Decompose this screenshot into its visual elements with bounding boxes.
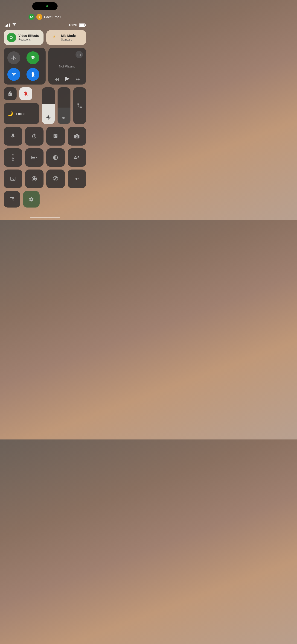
facetime-bar[interactable]: FaceTime › [0, 12, 90, 22]
svg-text:A: A [77, 156, 80, 159]
bluetooth-button[interactable] [26, 68, 39, 81]
svg-point-0 [76, 136, 77, 137]
facetime-chevron: › [60, 15, 62, 19]
grid-row-1 [4, 127, 86, 146]
wallet-button[interactable] [4, 191, 20, 208]
battery-widget-button[interactable] [25, 148, 44, 167]
volume-icon [62, 116, 66, 121]
now-playing-panel: Not Playing [48, 48, 86, 84]
wifi-button[interactable] [7, 68, 20, 81]
airplane-mode-button[interactable] [7, 51, 20, 64]
voice-memos-button[interactable] [68, 170, 86, 188]
svg-point-5 [13, 158, 13, 159]
grid-row-3 [4, 170, 86, 188]
mic-indicator [36, 14, 42, 20]
signal-bar-2 [6, 25, 7, 27]
network-panel [4, 48, 46, 84]
focus-button[interactable]: 🌙 Focus [4, 103, 39, 124]
mic-mode-icon [50, 34, 58, 42]
shazam-button[interactable] [46, 170, 65, 188]
sliders-area [42, 87, 86, 124]
rotation-lock-button[interactable] [4, 87, 16, 100]
cellular-button[interactable] [26, 51, 39, 64]
home-indicator[interactable] [30, 217, 60, 218]
facetime-text: FaceTime [44, 15, 60, 19]
status-bar: 100% [0, 22, 90, 28]
svg-point-7 [13, 159, 13, 160]
dynamic-island-dot [46, 5, 48, 7]
svg-point-16 [13, 199, 13, 200]
playback-controls [52, 74, 83, 81]
camera-indicator [28, 14, 34, 20]
mic-mode-card[interactable]: Mic Mode Standard [46, 30, 86, 45]
flashlight-button[interactable] [4, 127, 22, 146]
battery-icon [79, 24, 85, 27]
svg-text:A: A [74, 155, 77, 160]
svg-point-2 [13, 156, 14, 156]
wifi-status-icon [12, 22, 16, 28]
top-row: Video Effects Reactions Mic Mode Standar… [4, 30, 86, 45]
settings-button[interactable] [23, 191, 40, 208]
signal-wifi-area [4, 22, 16, 28]
svg-point-4 [12, 158, 13, 159]
dark-mode-button[interactable] [46, 148, 65, 167]
brightness-fill [42, 104, 55, 124]
video-effects-icon [7, 34, 16, 42]
video-effects-text: Video Effects Reactions [18, 34, 39, 42]
left-column: 🌙 Focus [4, 87, 39, 124]
battery-percent-text: 100% [68, 23, 77, 27]
svg-rect-12 [10, 177, 15, 180]
volume-slider[interactable] [58, 87, 70, 124]
signal-bar-3 [7, 24, 8, 27]
play-button[interactable] [65, 76, 70, 81]
rewind-button[interactable] [54, 77, 60, 81]
svg-rect-9 [32, 156, 35, 158]
video-effects-card[interactable]: Video Effects Reactions [4, 30, 44, 45]
grid-row-2: A A [4, 148, 86, 167]
screen-record-button[interactable] [25, 170, 44, 188]
facetime-label[interactable]: FaceTime › [44, 15, 62, 19]
svg-point-3 [13, 157, 13, 158]
signal-bars [4, 24, 10, 27]
svg-point-14 [33, 177, 36, 180]
middle-row: Not Playing [4, 48, 86, 84]
not-playing-text: Not Playing [52, 58, 83, 74]
brightness-slider[interactable] [42, 87, 55, 124]
silent-mode-button[interactable] [19, 87, 32, 100]
moon-icon: 🌙 [7, 111, 13, 116]
mic-mode-subtitle: Standard [61, 38, 76, 41]
svg-point-6 [13, 158, 14, 159]
video-effects-title: Video Effects [18, 34, 39, 38]
mic-mode-title: Mic Mode [61, 34, 76, 38]
fast-forward-button[interactable] [75, 77, 80, 81]
last-row [4, 191, 86, 208]
dynamic-island [32, 2, 58, 10]
top-two-buttons [4, 87, 39, 100]
timer-button[interactable] [25, 127, 44, 146]
signal-bar-4 [9, 24, 10, 27]
brightness-icon [46, 115, 51, 121]
third-row-content: 🌙 Focus [4, 87, 86, 124]
airplay-button[interactable] [76, 51, 83, 58]
focus-label: Focus [16, 112, 25, 116]
battery-status: 100% [68, 23, 85, 27]
calculator-button[interactable] [46, 127, 65, 146]
mic-mode-text: Mic Mode Standard [61, 34, 76, 42]
text-size-button[interactable]: A A [68, 148, 86, 167]
apple-tv-remote-button[interactable] [4, 148, 22, 167]
signal-bar-1 [4, 26, 6, 27]
handwriting-button[interactable] [4, 170, 22, 188]
battery-fill [80, 24, 84, 26]
camera-button[interactable] [68, 127, 86, 146]
video-effects-subtitle: Reactions [18, 38, 39, 41]
phone-button[interactable] [73, 87, 86, 124]
